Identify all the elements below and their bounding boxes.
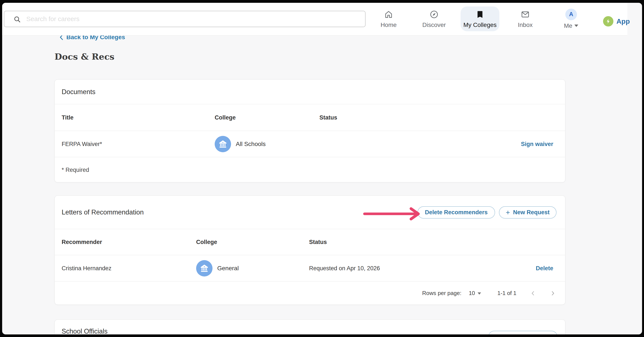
documents-table-header: Title College Status <box>55 104 565 131</box>
search-box[interactable] <box>4 11 366 27</box>
institution-icon <box>196 260 212 277</box>
rows-per-page-value: 10 <box>469 290 475 297</box>
column-header-college: College <box>196 239 217 246</box>
rows-per-page-label: Rows per page: <box>422 290 462 297</box>
nav-label: Inbox <box>518 21 533 28</box>
document-college-name: All Schools <box>236 141 266 147</box>
table-row: FERPA Waiver* <box>55 131 565 157</box>
delete-recommenders-button[interactable]: Delete Recommenders <box>418 206 495 219</box>
school-officials-card: School Officials + Add School Official <box>54 320 565 335</box>
documents-footnote-row: * Required <box>55 157 565 183</box>
nav-item-home[interactable]: Home <box>369 6 408 31</box>
app-viewport: Back to My Colleges Docs & Recs Document… <box>2 3 642 335</box>
column-header-status: Status <box>320 114 337 121</box>
nav-item-inbox[interactable]: Inbox <box>506 6 545 31</box>
documents-card-header: Documents <box>55 80 565 104</box>
logo-text: App <box>616 17 630 25</box>
pagination-range: 1-1 of 1 <box>498 290 516 297</box>
new-request-button[interactable]: + New Request <box>499 206 556 219</box>
document-college-cell: All Schools <box>215 136 266 152</box>
home-icon <box>384 9 394 19</box>
sign-waiver-link[interactable]: Sign waiver <box>521 141 553 147</box>
bookmark-icon <box>475 9 485 19</box>
plus-icon: + <box>506 209 510 216</box>
lightning-bolt-icon <box>603 16 614 26</box>
top-navigation-bar: Home Discover My Colleges <box>2 3 628 35</box>
institution-icon <box>215 136 231 152</box>
next-page-button[interactable] <box>550 290 556 297</box>
screenshot-frame: Back to My Colleges Docs & Recs Document… <box>0 0 644 337</box>
documents-card: Documents Title College Status FERPA Wai… <box>54 79 565 182</box>
new-request-label: New Request <box>513 209 550 216</box>
recommendation-college-name: General <box>217 265 239 272</box>
column-header-recommender: Recommender <box>62 239 102 246</box>
chevron-right-icon <box>550 290 556 297</box>
letters-of-recommendation-card: Letters of Recommendation Delete Recomme… <box>54 196 565 305</box>
rows-per-page-select[interactable]: 10 <box>469 290 481 297</box>
chevron-left-icon <box>530 290 536 297</box>
nav-label: Discover <box>422 21 446 28</box>
search-input[interactable] <box>26 11 360 27</box>
table-row: Cristina Hernandez <box>55 255 565 282</box>
plus-icon: + <box>492 333 497 335</box>
column-header-status: Status <box>309 239 327 246</box>
column-header-college: College <box>215 114 236 121</box>
recommender-name: Cristina Hernandez <box>62 265 112 272</box>
nav-item-my-colleges[interactable]: My Colleges <box>460 6 500 31</box>
page-content: Back to My Colleges Docs & Recs Document… <box>2 3 642 335</box>
delete-link[interactable]: Delete <box>536 265 553 272</box>
lor-table-header: Recommender College Status <box>55 229 565 255</box>
page-title: Docs & Recs <box>54 51 114 62</box>
compass-icon <box>429 9 439 19</box>
nav-label: My Colleges <box>464 21 496 28</box>
pagination-bar: Rows per page: 10 1-1 of 1 <box>55 282 565 305</box>
recommendation-college-cell: General <box>196 260 239 277</box>
chevron-down-icon <box>574 24 578 27</box>
lor-heading: Letters of Recommendation <box>62 208 144 216</box>
documents-heading: Documents <box>62 88 96 96</box>
nav-item-discover[interactable]: Discover <box>415 6 454 31</box>
recommendation-status: Requested on Apr 10, 2026 <box>309 265 380 272</box>
add-school-official-label: Add School Official <box>500 334 553 335</box>
school-officials-heading: School Officials <box>62 328 108 335</box>
app-logo: App <box>603 16 630 26</box>
column-header-title: Title <box>62 114 74 121</box>
nav-label: Home <box>380 21 397 28</box>
avatar: A <box>565 8 577 20</box>
previous-page-button[interactable] <box>530 290 536 297</box>
nav-item-me[interactable]: A Me <box>552 6 590 31</box>
dropdown-caret-icon <box>478 293 481 295</box>
add-school-official-button[interactable]: + Add School Official <box>488 331 558 335</box>
lor-card-header: Letters of Recommendation Delete Recomme… <box>55 196 565 229</box>
required-footnote: * Required <box>62 167 89 173</box>
document-title: FERPA Waiver* <box>62 141 102 147</box>
nav-label: Me <box>564 22 572 29</box>
search-icon <box>13 15 21 23</box>
envelope-icon <box>520 9 530 19</box>
